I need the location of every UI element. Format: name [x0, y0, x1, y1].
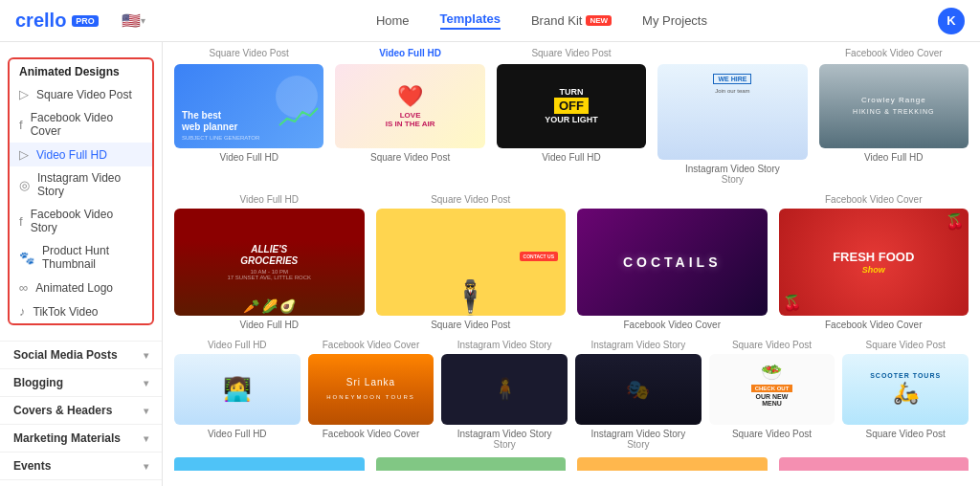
- nav-templates[interactable]: Templates: [440, 11, 501, 30]
- row3-h-1: Video Full HD: [174, 340, 301, 350]
- template-label: Video Full HD: [174, 152, 323, 163]
- chevron-icon: ▾: [144, 350, 148, 361]
- templates-row1: The bestweb planner SUBJECT LINE GENERAT…: [163, 60, 980, 192]
- template-thumb-love: ❤️ LOVEIS IN THE AIR: [335, 64, 484, 148]
- square-video-icon: ▷: [19, 87, 29, 101]
- template-card-cocktails[interactable]: COCTAILS Facebook Video Cover: [577, 209, 768, 330]
- sidebar-category-events[interactable]: Events ▾: [0, 452, 162, 479]
- sidebar: Animated Designs ▷ Square Video Post f F…: [0, 42, 163, 486]
- row3-h-3: Instagram Video Story: [441, 340, 568, 350]
- template-card-web-planner[interactable]: The bestweb planner SUBJECT LINE GENERAT…: [174, 64, 323, 185]
- template-thumb-sri-lanka: Sri LankaHONEYMOON TOURS: [308, 354, 434, 425]
- tiktok-icon: ♪: [19, 304, 26, 319]
- nav-my-projects[interactable]: My Projects: [642, 13, 707, 28]
- templates-row2: ALLIE'SGROCERIES 10 AM - 10 PM17 SUNSET …: [163, 209, 980, 338]
- template-card-turn-off[interactable]: TURN OFF YOUR LIGHT Video Full HD: [497, 64, 646, 185]
- template-thumb-turn-off: TURN OFF YOUR LIGHT: [497, 64, 646, 148]
- chevron-icon: ▾: [144, 378, 148, 388]
- template-card-man[interactable]: 🕴️ CONTACT US Square Video Post: [376, 209, 567, 330]
- sidebar-category-advertising[interactable]: Advertising ▾: [0, 479, 162, 486]
- template-thumb-crowley: Crowley RangeHIKING & TREKKING: [819, 64, 969, 148]
- chevron-icon: ▾: [144, 461, 148, 472]
- template-label: Video Full HD: [819, 152, 969, 163]
- facebook-story-icon: f: [19, 214, 23, 229]
- template-card-love[interactable]: ❤️ LOVEIS IN THE AIR Square Video Post: [335, 64, 484, 185]
- product-hunt-icon: 🐾: [19, 251, 34, 265]
- logo-text: crello: [15, 10, 66, 32]
- column-headers-row3: Video Full HD Facebook Video Cover Insta…: [163, 338, 980, 352]
- row3-h-5: Square Video Post: [709, 340, 835, 350]
- template-card-crowley[interactable]: Crowley RangeHIKING & TREKKING Video Ful…: [819, 64, 969, 185]
- template-thumb-web-planner: The bestweb planner SUBJECT LINE GENERAT…: [174, 64, 323, 148]
- nav-home[interactable]: Home: [376, 13, 410, 28]
- templates-row3: 👩‍💻 Video Full HD Sri LankaHONEYMOON TOU…: [163, 354, 980, 457]
- template-thumb-scooter: SCOOTER TOURS 🛵: [842, 354, 969, 425]
- row3-h-4: Instagram Video Story: [575, 340, 702, 350]
- content-area: Square Video Post Video Full HD Square V…: [163, 42, 980, 486]
- template-thumb-new-menu: 🥗 CHECK OUT OUR NEWMENU: [709, 354, 835, 425]
- main-layout: Animated Designs ▷ Square Video Post f F…: [0, 42, 980, 486]
- sidebar-item-square-video[interactable]: ▷ Square Video Post: [10, 82, 152, 106]
- animated-designs-section: Animated Designs ▷ Square Video Post f F…: [0, 42, 162, 341]
- avatar[interactable]: K: [938, 8, 965, 34]
- sidebar-category-blogging[interactable]: Blogging ▾: [0, 368, 162, 396]
- template-card-scooter[interactable]: SCOOTER TOURS 🛵 Square Video Post: [842, 354, 969, 450]
- sidebar-item-facebook-story[interactable]: f Facebook Video Story: [10, 203, 152, 239]
- sidebar-item-video-full-hd[interactable]: ▷ Video Full HD: [10, 143, 152, 166]
- column-headers-row2: Video Full HD Square Video Post Facebook…: [163, 192, 980, 207]
- row2-header-2: Square Video Post: [376, 194, 567, 205]
- template-thumb-groceries: ALLIE'SGROCERIES 10 AM - 10 PM17 SUNSET …: [174, 209, 365, 316]
- template-thumb-cocktails: COCTAILS: [577, 209, 768, 316]
- template-label: Instagram Video Story: [657, 164, 807, 174]
- col-header-2: Video Full HD: [335, 48, 484, 58]
- template-card-fresh-food[interactable]: FRESH FOOD Show 🍒 🍒 Facebook Video Cover: [779, 209, 969, 330]
- row3-h-6: Square Video Post: [842, 340, 969, 350]
- template-label: Facebook Video Cover: [779, 320, 969, 330]
- sidebar-category-social[interactable]: Social Media Posts ▾: [0, 341, 162, 368]
- column-headers-row1: Square Video Post Video Full HD Square V…: [163, 42, 980, 60]
- col-header-3: Square Video Post: [497, 48, 646, 58]
- sidebar-category-covers[interactable]: Covers & Headers ▾: [0, 396, 162, 424]
- logo[interactable]: crello PRO: [15, 10, 99, 32]
- sidebar-item-instagram-video[interactable]: ◎ Instagram Video Story: [10, 166, 152, 203]
- template-card-dark1[interactable]: 🧍 Instagram Video Story Story: [441, 354, 568, 450]
- template-thumb-man: 🕴️ CONTACT US: [376, 209, 567, 316]
- row2-header-3: [577, 194, 768, 205]
- logo-pro-badge: PRO: [72, 15, 99, 27]
- template-card-dark2[interactable]: 🎭 Instagram Video Story Story: [575, 354, 702, 450]
- sidebar-category-marketing[interactable]: Marketing Materials ▾: [0, 424, 162, 452]
- template-card-we-hire[interactable]: WE HIRE Join our team Instagram Video St…: [657, 64, 807, 185]
- new-badge: NEW: [586, 15, 612, 26]
- template-card-work[interactable]: 👩‍💻 Video Full HD: [174, 354, 301, 450]
- col-header-5: Facebook Video Cover: [819, 48, 969, 58]
- template-label: Square Video Post: [335, 152, 484, 163]
- template-thumb-dark1: 🧍: [441, 354, 568, 425]
- template-thumb-work: 👩‍💻: [174, 354, 301, 425]
- sidebar-item-animated-logo[interactable]: ∞ Animated Logo: [10, 276, 152, 299]
- template-label: Video Full HD: [174, 429, 301, 439]
- template-label: Instagram Video Story: [575, 429, 702, 439]
- bottom-row-hint: [163, 457, 980, 471]
- template-label: Instagram Video Story: [441, 429, 568, 439]
- template-thumb-dark2: 🎭: [575, 354, 702, 425]
- instagram-icon: ◎: [19, 178, 30, 192]
- header: crello PRO 🇺🇸 ▾ Home Templates Brand Kit…: [0, 0, 980, 42]
- nav-brand-kit[interactable]: Brand Kit NEW: [531, 13, 612, 28]
- template-card-new-menu[interactable]: 🥗 CHECK OUT OUR NEWMENU Square Video Pos…: [709, 354, 835, 450]
- template-label: Video Full HD: [497, 152, 646, 163]
- col-header-1: Square Video Post: [174, 48, 323, 58]
- template-card-groceries[interactable]: ALLIE'SGROCERIES 10 AM - 10 PM17 SUNSET …: [174, 209, 365, 330]
- animated-logo-icon: ∞: [19, 280, 28, 295]
- template-label: Square Video Post: [376, 320, 567, 330]
- template-label: Video Full HD: [174, 320, 365, 330]
- chevron-icon: ▾: [144, 433, 148, 444]
- sidebar-item-facebook-video-cover[interactable]: f Facebook Video Cover: [10, 106, 152, 143]
- template-card-sri-lanka[interactable]: Sri LankaHONEYMOON TOURS Facebook Video …: [308, 354, 434, 450]
- template-thumb-fresh-food: FRESH FOOD Show 🍒 🍒: [779, 209, 969, 316]
- row2-header-4: Facebook Video Cover: [779, 194, 969, 205]
- row3-h-2: Facebook Video Cover: [308, 340, 434, 350]
- animated-section-inner: Animated Designs ▷ Square Video Post f F…: [10, 59, 152, 323]
- sidebar-item-tiktok[interactable]: ♪ TikTok Video: [10, 299, 152, 323]
- template-label: Facebook Video Cover: [577, 320, 768, 330]
- sidebar-item-product-hunt[interactable]: 🐾 Product Hunt Thumbnail: [10, 239, 152, 276]
